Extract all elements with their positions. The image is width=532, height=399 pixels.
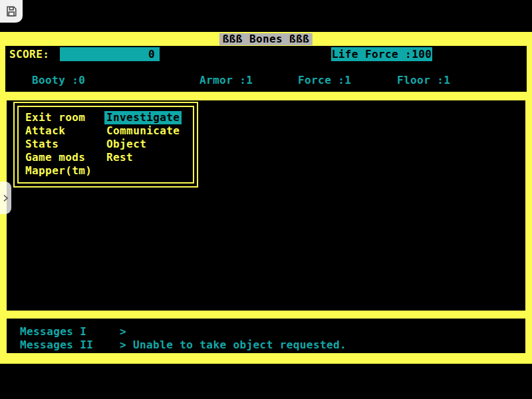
message-text: Unable to take object requested.: [133, 340, 346, 350]
stat-force: Force :1: [298, 74, 351, 87]
window-title: ßßß Bones ßßß: [219, 33, 313, 45]
message-row: Messages I >: [7, 327, 525, 337]
menu-item-mapper[interactable]: Mapper(tm): [25, 164, 92, 178]
stat-floor: Floor :1: [397, 74, 450, 87]
menu-item-investigate[interactable]: Investigate: [106, 111, 182, 124]
main-play-area: Exit room Attack Stats Game mods Mapper(…: [7, 100, 525, 311]
message-prompt: >: [120, 340, 126, 350]
menu-item-exit-room[interactable]: Exit room: [25, 111, 92, 124]
sidebar-expand-tab[interactable]: [0, 182, 11, 214]
menu-item-stats[interactable]: Stats: [25, 138, 92, 151]
save-icon: [5, 5, 17, 17]
menu-item-game-mods[interactable]: Game mods: [25, 151, 92, 164]
selected-menu-highlight[interactable]: Investigate: [104, 111, 182, 124]
life-force-badge: Life Force :100: [331, 47, 432, 61]
score-bar: 0: [60, 47, 160, 61]
message-label: Messages II: [20, 340, 93, 350]
menu-item-attack[interactable]: Attack: [25, 124, 92, 138]
stat-armor: Armor :1: [200, 74, 253, 87]
chevron-right-icon: [3, 194, 9, 202]
message-row: Messages II > Unable to take object requ…: [7, 340, 525, 350]
message-label: Messages I: [20, 327, 86, 337]
menu-column-right: Investigate Communicate Object Rest: [106, 111, 182, 164]
game-screen: ßßß Bones ßßß SCORE: 0 Life Force :100 B…: [0, 0, 532, 399]
message-prompt: >: [120, 327, 126, 337]
command-menu: Exit room Attack Stats Game mods Mapper(…: [13, 102, 198, 188]
stat-booty: Booty :0: [32, 74, 85, 87]
menu-column-left: Exit room Attack Stats Game mods Mapper(…: [25, 111, 92, 178]
status-panel: SCORE: 0 Life Force :100 Booty :0 Armor …: [5, 46, 527, 92]
messages-panel: Messages I > Messages II > Unable to tak…: [7, 319, 525, 353]
save-button[interactable]: [0, 0, 23, 23]
menu-item-communicate[interactable]: Communicate: [106, 124, 182, 138]
menu-item-rest[interactable]: Rest: [106, 151, 182, 164]
command-menu-inner: Exit room Attack Stats Game mods Mapper(…: [17, 106, 194, 184]
score-label: SCORE:: [9, 47, 49, 61]
menu-item-object[interactable]: Object: [106, 138, 182, 151]
